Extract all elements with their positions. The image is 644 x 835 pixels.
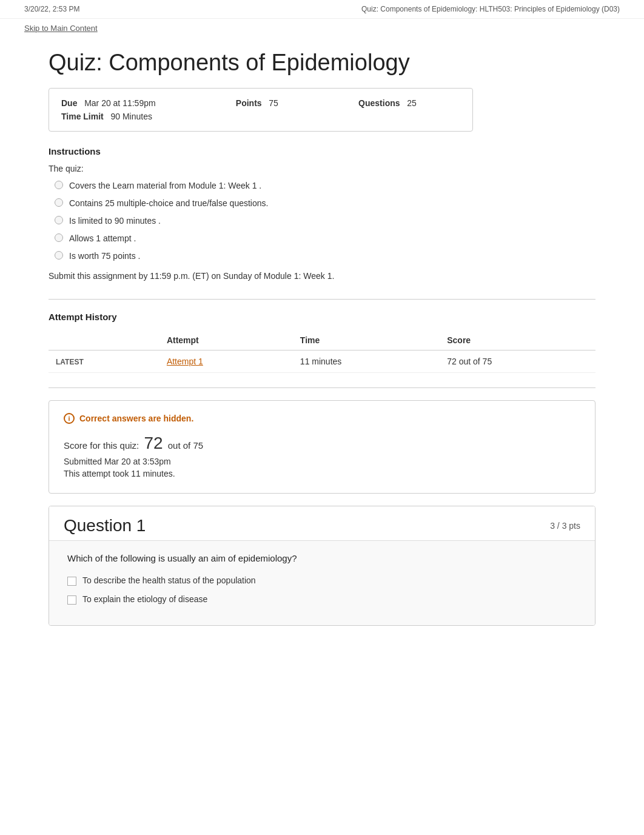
- attempt-row-0: LATESTAttempt 111 minutes72 out of 75: [49, 350, 595, 373]
- score-value: 72: [144, 434, 163, 452]
- question-1-text: Which of the following is usually an aim…: [67, 553, 577, 563]
- questions-field: Questions 25: [358, 98, 460, 108]
- attempt-took-line: This attempt took 11 minutes.: [64, 469, 580, 478]
- points-field: Points 75: [236, 98, 322, 108]
- answer-checkbox-0[interactable]: [67, 577, 76, 586]
- bullet-icon-0: [55, 181, 63, 189]
- result-box: i Correct answers are hidden. Score for …: [49, 400, 595, 494]
- score-label: Score for this quiz:: [64, 440, 139, 451]
- answer-option-0: To describe the health status of the pop…: [67, 575, 577, 586]
- bullet-item-4: Is worth 75 points .: [55, 250, 595, 263]
- question-1-answers: To describe the health status of the pop…: [67, 575, 577, 605]
- correct-answers-hidden-notice: i Correct answers are hidden.: [64, 413, 580, 424]
- quiz-meta-box: Due Mar 20 at 11:59pm Points 75 Question…: [49, 88, 473, 132]
- page-title: Quiz: Components of Epidemiology: HLTH50…: [361, 5, 620, 13]
- question-1-body: Which of the following is usually an aim…: [49, 540, 595, 625]
- question-1-pts: 3 / 3 pts: [550, 521, 580, 531]
- skip-to-main-link[interactable]: Skip to Main Content: [0, 19, 644, 38]
- due-label: Due: [61, 98, 77, 108]
- bullet-icon-1: [55, 198, 63, 207]
- quiz-title: Quiz: Components of Epidemiology: [49, 50, 595, 76]
- divider-1: [49, 299, 595, 300]
- answer-text-0: To describe the health status of the pop…: [82, 575, 256, 585]
- attempt-table: Attempt Time Score LATESTAttempt 111 min…: [49, 330, 595, 373]
- col-blank: [49, 330, 159, 350]
- question-1-header: Question 1 3 / 3 pts: [49, 506, 595, 540]
- due-value: Mar 20 at 11:59pm: [84, 98, 156, 108]
- submitted-line: Submitted Mar 20 at 3:53pm: [64, 457, 580, 466]
- time-limit-value: 90 Minutes: [110, 112, 152, 121]
- top-bar: 3/20/22, 2:53 PM Quiz: Components of Epi…: [0, 0, 644, 19]
- score-line: Score for this quiz: 72 out of 75: [64, 434, 580, 453]
- col-score: Score: [440, 330, 595, 350]
- answer-option-1: To explain the etiology of disease: [67, 594, 577, 605]
- instructions-bullets: Covers the Learn material from Module 1:…: [55, 179, 595, 263]
- answer-checkbox-1[interactable]: [67, 595, 76, 605]
- attempt-table-header-row: Attempt Time Score: [49, 330, 595, 350]
- answer-text-1: To explain the etiology of disease: [82, 594, 207, 604]
- correct-answers-text: Correct answers are hidden.: [79, 414, 193, 423]
- due-field: Due Mar 20 at 11:59pm: [61, 98, 200, 108]
- bullet-item-2: Is limited to 90 minutes .: [55, 215, 595, 227]
- questions-label: Questions: [358, 98, 400, 108]
- instructions-intro: The quiz:: [49, 164, 595, 173]
- col-time: Time: [293, 330, 440, 350]
- datetime: 3/20/22, 2:53 PM: [24, 5, 79, 13]
- attempt-row-attempt-0[interactable]: Attempt 1: [159, 350, 293, 373]
- question-1-label: Question 1: [64, 516, 146, 535]
- divider-2: [49, 387, 595, 388]
- bullet-item-0: Covers the Learn material from Module 1:…: [55, 179, 595, 192]
- bullet-icon-3: [55, 233, 63, 242]
- bullet-icon-4: [55, 251, 63, 260]
- time-limit-label: Time Limit: [61, 112, 104, 121]
- questions-value: 25: [407, 98, 417, 108]
- attempt-row-score-0: 72 out of 75: [440, 350, 595, 373]
- time-limit-field: Time Limit 90 Minutes: [61, 112, 200, 121]
- score-out-of: out of 75: [168, 440, 203, 451]
- attempt-row-label-0: LATEST: [49, 350, 159, 373]
- submit-note: Submit this assignment by 11:59 p.m. (ET…: [49, 271, 595, 281]
- question-1-section: Question 1 3 / 3 pts Which of the follow…: [49, 506, 595, 626]
- points-label: Points: [236, 98, 262, 108]
- attempt-history-title: Attempt History: [49, 312, 595, 322]
- info-icon: i: [64, 413, 75, 424]
- bullet-item-3: Allows 1 attempt .: [55, 232, 595, 245]
- bullet-item-1: Contains 25 multiple-choice and true/fal…: [55, 197, 595, 210]
- instructions-title: Instructions: [49, 146, 595, 156]
- points-value: 75: [269, 98, 278, 108]
- bullet-icon-2: [55, 216, 63, 224]
- col-attempt: Attempt: [159, 330, 293, 350]
- attempt-row-time-0: 11 minutes: [293, 350, 440, 373]
